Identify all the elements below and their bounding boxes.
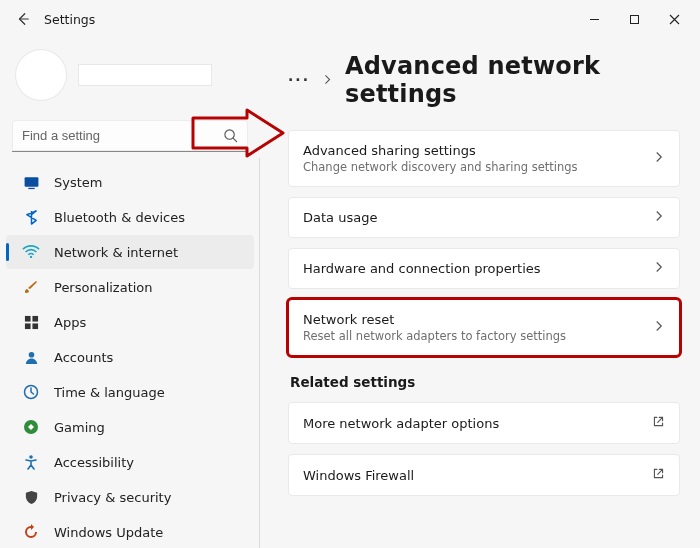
- display-icon: [22, 173, 40, 191]
- external-link-icon: [652, 415, 665, 431]
- sidebar-item-label: Windows Update: [54, 525, 163, 540]
- sidebar-item-personalization[interactable]: Personalization: [6, 270, 254, 304]
- external-link-icon: [652, 467, 665, 483]
- card-advanced-sharing[interactable]: Advanced sharing settings Change network…: [288, 130, 680, 187]
- profile-block[interactable]: [0, 44, 260, 110]
- close-button[interactable]: [654, 5, 694, 33]
- sidebar-item-label: Accounts: [54, 350, 113, 365]
- arrow-left-icon: [16, 12, 30, 26]
- shield-icon: [22, 488, 40, 506]
- maximize-button[interactable]: [614, 5, 654, 33]
- sidebar-item-label: Personalization: [54, 280, 153, 295]
- chevron-right-icon: [653, 210, 665, 225]
- sidebar-item-accessibility[interactable]: Accessibility: [6, 445, 254, 479]
- back-button[interactable]: [6, 2, 40, 36]
- sidebar-item-update[interactable]: Windows Update: [6, 515, 254, 548]
- chevron-right-icon: [322, 73, 333, 88]
- sidebar: System Bluetooth & devices Network & int…: [0, 38, 260, 548]
- paintbrush-icon: [22, 278, 40, 296]
- sidebar-item-time[interactable]: Time & language: [6, 375, 254, 409]
- chevron-right-icon: [653, 320, 665, 335]
- svg-rect-6: [32, 315, 38, 321]
- card-title: More network adapter options: [303, 416, 640, 431]
- card-title: Hardware and connection properties: [303, 261, 641, 276]
- card-hardware-properties[interactable]: Hardware and connection properties: [288, 248, 680, 289]
- card-subtitle: Reset all network adapters to factory se…: [303, 329, 641, 343]
- update-icon: [22, 523, 40, 541]
- breadcrumb: ··· Advanced network settings: [288, 52, 680, 108]
- svg-point-4: [30, 256, 32, 258]
- svg-rect-8: [32, 323, 38, 329]
- chevron-right-icon: [653, 151, 665, 166]
- sidebar-item-system[interactable]: System: [6, 165, 254, 199]
- chevron-right-icon: [653, 261, 665, 276]
- avatar: [16, 50, 66, 100]
- page-title: Advanced network settings: [345, 52, 680, 108]
- sidebar-item-label: System: [54, 175, 102, 190]
- sidebar-item-label: Apps: [54, 315, 86, 330]
- profile-name-placeholder: [78, 64, 212, 86]
- card-title: Network reset: [303, 312, 641, 327]
- window-title: Settings: [44, 12, 95, 27]
- card-title: Advanced sharing settings: [303, 143, 641, 158]
- search-icon[interactable]: [223, 128, 238, 146]
- sidebar-item-bluetooth[interactable]: Bluetooth & devices: [6, 200, 254, 234]
- sidebar-item-label: Accessibility: [54, 455, 134, 470]
- card-title: Data usage: [303, 210, 641, 225]
- card-subtitle: Change network discovery and sharing set…: [303, 160, 641, 174]
- svg-rect-5: [24, 315, 30, 321]
- search-input[interactable]: [12, 120, 248, 152]
- card-data-usage[interactable]: Data usage: [288, 197, 680, 238]
- card-network-reset[interactable]: Network reset Reset all network adapters…: [288, 299, 680, 356]
- sidebar-item-gaming[interactable]: Gaming: [6, 410, 254, 444]
- sidebar-item-privacy[interactable]: Privacy & security: [6, 480, 254, 514]
- sidebar-item-label: Network & internet: [54, 245, 178, 260]
- sidebar-item-label: Time & language: [54, 385, 165, 400]
- card-windows-firewall[interactable]: Windows Firewall: [288, 454, 680, 496]
- svg-rect-2: [24, 177, 38, 187]
- sidebar-item-label: Gaming: [54, 420, 105, 435]
- clock-language-icon: [22, 383, 40, 401]
- sidebar-item-label: Bluetooth & devices: [54, 210, 185, 225]
- window-controls: [574, 5, 694, 33]
- svg-point-1: [225, 130, 234, 139]
- accessibility-icon: [22, 453, 40, 471]
- gaming-icon: [22, 418, 40, 436]
- svg-rect-7: [24, 323, 30, 329]
- wifi-icon: [22, 243, 40, 261]
- sidebar-divider: [259, 158, 260, 548]
- sidebar-item-label: Privacy & security: [54, 490, 171, 505]
- svg-rect-0: [630, 15, 638, 23]
- close-icon: [669, 14, 680, 25]
- svg-point-12: [29, 455, 33, 459]
- person-icon: [22, 348, 40, 366]
- maximize-icon: [629, 14, 640, 25]
- breadcrumb-overflow[interactable]: ···: [288, 72, 310, 88]
- nav-list: System Bluetooth & devices Network & int…: [0, 164, 260, 548]
- apps-icon: [22, 313, 40, 331]
- search-wrap: [12, 120, 248, 152]
- svg-point-9: [28, 351, 34, 357]
- main-content: ··· Advanced network settings Advanced s…: [260, 38, 700, 548]
- minimize-button[interactable]: [574, 5, 614, 33]
- sidebar-item-network[interactable]: Network & internet: [6, 235, 254, 269]
- bluetooth-icon: [22, 208, 40, 226]
- titlebar: Settings: [0, 0, 700, 38]
- card-title: Windows Firewall: [303, 468, 640, 483]
- card-more-adapter-options[interactable]: More network adapter options: [288, 402, 680, 444]
- sidebar-item-apps[interactable]: Apps: [6, 305, 254, 339]
- minimize-icon: [589, 14, 600, 25]
- sidebar-item-accounts[interactable]: Accounts: [6, 340, 254, 374]
- related-settings-label: Related settings: [290, 374, 680, 390]
- svg-rect-3: [28, 187, 34, 188]
